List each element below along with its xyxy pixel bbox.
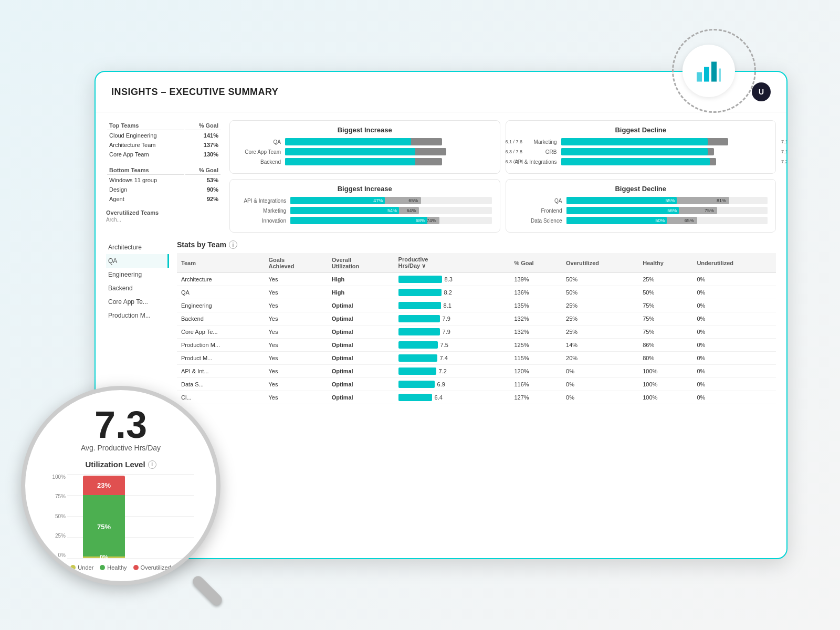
chart2-bar-grb: GRB 7.1 / 7.4 [514,148,768,155]
stacked-bar: 23% 75% 0% [83,474,125,558]
overutilized-sublabel: Arch... [106,217,222,223]
chart3-bar-marketing: Marketing 64% 54% [238,207,492,214]
util-bar [398,328,440,335]
outer-container: INSIGHTS – EXECUTIVE SUMMARY U Top Teams… [52,39,788,591]
bottom-teams-label: Bottom Teams [107,166,184,175]
magnify-avg-number: 7.3 [94,406,147,444]
util-bar [398,289,442,296]
util-bar [398,381,435,388]
chart2-bar-api: API & Integrations 7.2 / 7.5 [514,158,768,165]
table-header-row: Team GoalsAchieved OverallUtilization Pr… [177,253,776,273]
col-utilization: OverallUtilization [328,253,394,273]
chart1-bar-coreapp: Core App Team 6.3 / 7.8 [238,148,492,155]
chart3-bar-api: API & Integrations 65% 47% [238,197,492,204]
table-row: Architecture Team 137% [107,141,220,149]
top-teams-goal-label: % Goal [185,121,220,130]
chart4-bar-datascience: Data Science 65% 50% [514,217,768,224]
list-item[interactable]: QA [106,254,169,268]
util-bar [398,341,438,349]
table-row: Production M... Yes Optimal 7.5 125% 14%… [177,339,776,352]
svg-rect-1 [704,67,709,82]
chart-area: 23% 75% 0% [67,474,194,558]
chart4-bar-qa: QA 81% 55% [514,197,768,204]
table-row: API & Int... Yes Optimal 7.2 120% 0% 100… [177,365,776,378]
col-underutil: Underutilized [692,253,776,273]
col-overutil: Overutilized [562,253,638,273]
table-row: Core App Team 130% [107,150,220,159]
svg-rect-2 [711,62,717,82]
list-item[interactable]: Engineering [106,268,169,281]
table-row: Data S... Yes Optimal 6.9 116% 0% 100% 0… [177,378,776,391]
bottom-teams-goal-label: % Goal [185,166,220,175]
table-row: Cloud Engineering 141% [107,131,220,140]
stats-info-icon[interactable]: i [229,240,237,249]
list-item[interactable]: Architecture [106,240,169,254]
col-team: Team [177,253,265,273]
chart-biggest-decline-hrs: Biggest Decline Marketing 7.1 / 8.1 GRB [506,120,776,174]
under-segment: 0% [83,556,125,558]
util-bar [398,368,436,375]
table-row: Architecture Yes High 8.3 139% 50% 25% 0… [177,273,776,286]
table-row: Design 90% [107,185,220,194]
legend-under: Under [70,564,93,571]
y-axis: 100% 75% 50% 25% 0% [47,474,66,558]
top-teams-label: Top Teams [107,121,184,130]
bar-chart-icon [696,58,722,84]
chart-biggest-decline-pct: Biggest Decline QA 81% 55% [506,179,776,233]
table-row: Agent 92% [107,195,220,203]
magnify-circle: 7.3 Avg. Productive Hrs/Day Utilization … [21,386,220,585]
util-info-icon[interactable]: i [148,460,156,469]
top-teams-table: Top Teams % Goal Cloud Engineering 141% … [106,120,222,160]
legend-healthy: Healthy [100,564,127,571]
util-bar [398,394,432,401]
util-bar [398,354,437,362]
stats-section: Stats by Team i Team GoalsAchieved Overa… [177,240,776,559]
legend-overutilized: Overutilized [133,564,171,571]
stats-table: Team GoalsAchieved OverallUtilization Pr… [177,253,776,404]
col-goals: GoalsAchieved [265,253,328,273]
chart1-bar-backend: Backend 6.3 / 7.6 [238,158,492,165]
top-row: Top Teams % Goal Cloud Engineering 141% … [96,112,786,240]
util-bar [398,276,442,283]
chart1-bar-qa: QA 6.1 / 7.6 [238,138,492,145]
table-row: Cl... Yes Optimal 6.4 127% 0% 100% 0% [177,391,776,404]
page-title: INSIGHTS – EXECUTIVE SUMMARY [111,87,278,98]
util-bar [398,302,441,309]
col-goal-pct: % Goal [510,253,562,273]
table-row: Backend Yes Optimal 7.9 132% 25% 75% 0% [177,312,776,326]
overutilized-label: Overutilized Teams [106,209,222,216]
magnify-avg-label: Avg. Productive Hrs/Day [81,444,161,452]
util-bar [398,315,440,322]
col-hrs[interactable]: ProductiveHrs/Day ∨ [394,253,510,273]
magnify-content: 7.3 Avg. Productive Hrs/Day Utilization … [25,390,216,581]
left-tables: Top Teams % Goal Cloud Engineering 141% … [106,120,222,233]
healthy-segment: 75% [83,495,125,558]
chart3-bar-innovation: Innovation 74% 68% [238,217,492,224]
svg-rect-3 [719,69,721,82]
chart4-bar-frontend: Frontend 75% 56% [514,207,768,214]
table-row: QA Yes High 8.2 136% 50% 50% 0% [177,286,776,299]
col-healthy: Healthy [638,253,692,273]
magnify-util-title: Utilization Level i [85,460,156,469]
table-row: Windows 11 group 53% [107,176,220,184]
table-row: Engineering Yes Optimal 8.1 135% 25% 75%… [177,299,776,312]
list-item[interactable]: Backend [106,281,169,295]
chart2-title: Biggest Decline [514,126,768,134]
chart-icon-circle [682,45,735,97]
chart-biggest-increase-pct: Biggest Increase API & Integrations 65% … [229,179,500,233]
svg-rect-0 [697,72,702,82]
stats-title: Stats by Team i [177,240,776,249]
charts-top: Biggest Increase QA 6.1 / 7.6 Core App T… [229,120,776,233]
overutil-segment: 23% [83,476,125,495]
chart2-bar-marketing: Marketing 7.1 / 8.1 [514,138,768,145]
table-row: Core App Te... Yes Optimal 7.9 132% 25% … [177,326,776,339]
list-item[interactable]: Core App Te... [106,295,169,309]
utilization-chart: 100% 75% 50% 25% 0% [47,474,194,559]
list-item[interactable]: Production M... [106,309,169,322]
user-avatar[interactable]: U [752,82,771,101]
bottom-teams-table: Bottom Teams % Goal Windows 11 group 53%… [106,165,222,204]
chart1-title: Biggest Increase [238,126,492,134]
chart-biggest-increase-hrs: Biggest Increase QA 6.1 / 7.6 Core App T… [229,120,500,174]
chart4-title: Biggest Decline [514,185,768,193]
chart3-title: Biggest Increase [238,185,492,193]
